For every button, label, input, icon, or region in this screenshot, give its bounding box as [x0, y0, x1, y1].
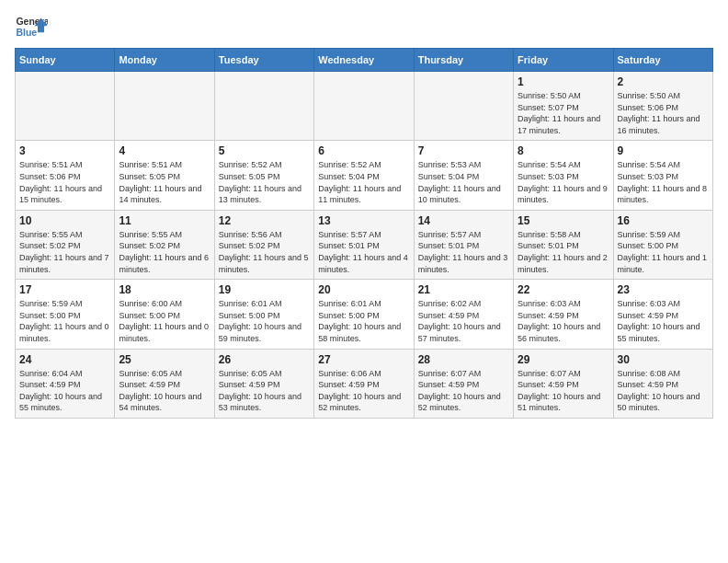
calendar-cell: 13Sunrise: 5:57 AM Sunset: 5:01 PM Dayli… — [314, 210, 414, 279]
day-number: 18 — [119, 283, 210, 296]
day-info: Sunrise: 6:04 AM Sunset: 4:59 PM Dayligh… — [19, 368, 110, 414]
day-number: 12 — [219, 214, 310, 227]
calendar-cell: 1Sunrise: 5:50 AM Sunset: 5:07 PM Daylig… — [514, 72, 613, 141]
day-info: Sunrise: 5:55 AM Sunset: 5:02 PM Dayligh… — [119, 229, 210, 275]
day-number: 4 — [119, 144, 210, 157]
day-number: 13 — [318, 214, 409, 227]
calendar-cell: 7Sunrise: 5:53 AM Sunset: 5:04 PM Daylig… — [414, 141, 513, 210]
calendar-cell: 2Sunrise: 5:50 AM Sunset: 5:06 PM Daylig… — [613, 72, 712, 141]
weekday-header: Wednesday — [314, 49, 414, 72]
calendar-week-row: 3Sunrise: 5:51 AM Sunset: 5:06 PM Daylig… — [16, 141, 713, 210]
calendar-cell: 6Sunrise: 5:52 AM Sunset: 5:04 PM Daylig… — [314, 141, 414, 210]
day-info: Sunrise: 5:51 AM Sunset: 5:05 PM Dayligh… — [119, 159, 210, 205]
logo-icon: General Blue — [15, 15, 48, 40]
day-info: Sunrise: 6:03 AM Sunset: 4:59 PM Dayligh… — [518, 298, 609, 344]
day-number: 27 — [318, 353, 409, 366]
calendar-cell: 15Sunrise: 5:58 AM Sunset: 5:01 PM Dayli… — [514, 210, 613, 279]
weekday-header: Friday — [514, 49, 613, 72]
day-info: Sunrise: 5:50 AM Sunset: 5:07 PM Dayligh… — [518, 90, 609, 136]
calendar-cell: 3Sunrise: 5:51 AM Sunset: 5:06 PM Daylig… — [16, 141, 115, 210]
calendar-week-row: 24Sunrise: 6:04 AM Sunset: 4:59 PM Dayli… — [16, 349, 713, 418]
calendar-cell: 26Sunrise: 6:05 AM Sunset: 4:59 PM Dayli… — [214, 349, 313, 418]
day-number: 24 — [19, 353, 110, 366]
day-number: 22 — [518, 283, 609, 296]
day-info: Sunrise: 5:59 AM Sunset: 5:00 PM Dayligh… — [19, 298, 110, 344]
day-info: Sunrise: 5:54 AM Sunset: 5:03 PM Dayligh… — [518, 159, 609, 205]
day-number: 20 — [318, 283, 409, 296]
day-info: Sunrise: 6:07 AM Sunset: 4:59 PM Dayligh… — [418, 368, 509, 414]
day-number: 14 — [418, 214, 509, 227]
day-number: 30 — [618, 353, 709, 366]
calendar-cell: 22Sunrise: 6:03 AM Sunset: 4:59 PM Dayli… — [514, 280, 613, 349]
day-number: 15 — [518, 214, 609, 227]
day-info: Sunrise: 6:08 AM Sunset: 4:59 PM Dayligh… — [618, 368, 709, 414]
logo: General Blue — [15, 15, 48, 40]
calendar-cell: 23Sunrise: 6:03 AM Sunset: 4:59 PM Dayli… — [613, 280, 712, 349]
calendar-cell: 4Sunrise: 5:51 AM Sunset: 5:05 PM Daylig… — [115, 141, 214, 210]
day-info: Sunrise: 5:51 AM Sunset: 5:06 PM Dayligh… — [19, 159, 110, 205]
calendar-cell — [16, 72, 115, 141]
calendar-cell: 30Sunrise: 6:08 AM Sunset: 4:59 PM Dayli… — [613, 349, 712, 418]
day-number: 7 — [418, 144, 509, 157]
day-info: Sunrise: 6:06 AM Sunset: 4:59 PM Dayligh… — [318, 368, 409, 414]
calendar-table: SundayMondayTuesdayWednesdayThursdayFrid… — [15, 48, 713, 419]
day-number: 23 — [618, 283, 709, 296]
calendar-cell: 19Sunrise: 6:01 AM Sunset: 5:00 PM Dayli… — [214, 280, 313, 349]
day-info: Sunrise: 6:01 AM Sunset: 5:00 PM Dayligh… — [219, 298, 310, 344]
calendar-cell: 11Sunrise: 5:55 AM Sunset: 5:02 PM Dayli… — [115, 210, 214, 279]
calendar-cell: 24Sunrise: 6:04 AM Sunset: 4:59 PM Dayli… — [16, 349, 115, 418]
day-number: 5 — [219, 144, 310, 157]
calendar-week-row: 1Sunrise: 5:50 AM Sunset: 5:07 PM Daylig… — [16, 72, 713, 141]
day-info: Sunrise: 6:01 AM Sunset: 5:00 PM Dayligh… — [318, 298, 409, 344]
calendar-cell: 5Sunrise: 5:52 AM Sunset: 5:05 PM Daylig… — [214, 141, 313, 210]
day-info: Sunrise: 6:05 AM Sunset: 4:59 PM Dayligh… — [219, 368, 310, 414]
day-info: Sunrise: 5:52 AM Sunset: 5:04 PM Dayligh… — [318, 159, 409, 205]
day-number: 8 — [518, 144, 609, 157]
day-number: 16 — [618, 214, 709, 227]
calendar-cell: 16Sunrise: 5:59 AM Sunset: 5:00 PM Dayli… — [613, 210, 712, 279]
calendar-cell: 27Sunrise: 6:06 AM Sunset: 4:59 PM Dayli… — [314, 349, 414, 418]
page-header: General Blue — [15, 15, 713, 40]
day-info: Sunrise: 5:57 AM Sunset: 5:01 PM Dayligh… — [418, 229, 509, 275]
day-info: Sunrise: 6:03 AM Sunset: 4:59 PM Dayligh… — [618, 298, 709, 344]
day-number: 1 — [518, 75, 609, 88]
day-info: Sunrise: 6:00 AM Sunset: 5:00 PM Dayligh… — [119, 298, 210, 344]
day-info: Sunrise: 5:57 AM Sunset: 5:01 PM Dayligh… — [318, 229, 409, 275]
day-info: Sunrise: 5:55 AM Sunset: 5:02 PM Dayligh… — [19, 229, 110, 275]
calendar-cell: 12Sunrise: 5:56 AM Sunset: 5:02 PM Dayli… — [214, 210, 313, 279]
day-number: 21 — [418, 283, 509, 296]
weekday-header: Monday — [115, 49, 214, 72]
day-info: Sunrise: 5:54 AM Sunset: 5:03 PM Dayligh… — [618, 159, 709, 205]
weekday-header-row: SundayMondayTuesdayWednesdayThursdayFrid… — [16, 49, 713, 72]
calendar-cell — [214, 72, 313, 141]
weekday-header: Tuesday — [214, 49, 313, 72]
calendar-cell: 17Sunrise: 5:59 AM Sunset: 5:00 PM Dayli… — [16, 280, 115, 349]
day-info: Sunrise: 5:58 AM Sunset: 5:01 PM Dayligh… — [518, 229, 609, 275]
day-info: Sunrise: 5:53 AM Sunset: 5:04 PM Dayligh… — [418, 159, 509, 205]
calendar-cell — [414, 72, 513, 141]
day-info: Sunrise: 6:02 AM Sunset: 4:59 PM Dayligh… — [418, 298, 509, 344]
calendar-cell — [314, 72, 414, 141]
day-number: 6 — [318, 144, 409, 157]
calendar-cell: 25Sunrise: 6:05 AM Sunset: 4:59 PM Dayli… — [115, 349, 214, 418]
weekday-header: Thursday — [414, 49, 513, 72]
day-info: Sunrise: 5:59 AM Sunset: 5:00 PM Dayligh… — [618, 229, 709, 275]
calendar-cell: 10Sunrise: 5:55 AM Sunset: 5:02 PM Dayli… — [16, 210, 115, 279]
calendar-cell: 28Sunrise: 6:07 AM Sunset: 4:59 PM Dayli… — [414, 349, 513, 418]
calendar-week-row: 10Sunrise: 5:55 AM Sunset: 5:02 PM Dayli… — [16, 210, 713, 279]
day-number: 3 — [19, 144, 110, 157]
calendar-cell: 8Sunrise: 5:54 AM Sunset: 5:03 PM Daylig… — [514, 141, 613, 210]
day-number: 9 — [618, 144, 709, 157]
calendar-cell: 9Sunrise: 5:54 AM Sunset: 5:03 PM Daylig… — [613, 141, 712, 210]
day-number: 29 — [518, 353, 609, 366]
svg-text:Blue: Blue — [16, 27, 37, 38]
day-number: 26 — [219, 353, 310, 366]
calendar-cell: 20Sunrise: 6:01 AM Sunset: 5:00 PM Dayli… — [314, 280, 414, 349]
day-number: 28 — [418, 353, 509, 366]
day-info: Sunrise: 5:56 AM Sunset: 5:02 PM Dayligh… — [219, 229, 310, 275]
calendar-cell: 18Sunrise: 6:00 AM Sunset: 5:00 PM Dayli… — [115, 280, 214, 349]
calendar-cell: 21Sunrise: 6:02 AM Sunset: 4:59 PM Dayli… — [414, 280, 513, 349]
day-number: 2 — [618, 75, 709, 88]
day-info: Sunrise: 5:50 AM Sunset: 5:06 PM Dayligh… — [618, 90, 709, 136]
weekday-header: Sunday — [16, 49, 115, 72]
